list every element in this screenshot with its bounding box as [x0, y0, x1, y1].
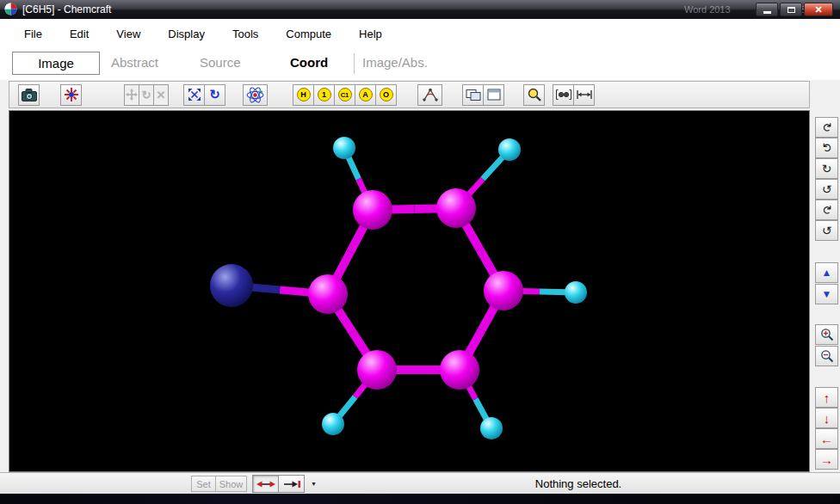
c1-label-icon: C1 [338, 88, 352, 101]
atom-H[interactable] [498, 138, 521, 161]
window-title: [C6H5] - Chemcraft [22, 3, 111, 15]
tab-image[interactable]: Image [12, 52, 100, 75]
fit-to-window-button[interactable] [183, 84, 205, 106]
move-fragment-button[interactable] [124, 84, 139, 106]
camera-icon [22, 89, 37, 101]
tab-bar: Image Abstract Source Coord Image/Abs. [0, 48, 840, 80]
rotate-cw-icon: ↻ [822, 163, 832, 175]
move-fragment-icon [126, 89, 138, 101]
dropdown-arrow-icon[interactable]: ▼ [311, 481, 317, 487]
pan-left-button[interactable]: ← [815, 428, 838, 449]
zoom-mode-button[interactable] [523, 84, 545, 106]
rotate-ccw-icon: ↺ [820, 143, 832, 153]
toggle-numbers-button[interactable]: 1 [313, 84, 335, 106]
atom-H[interactable] [480, 417, 503, 439]
reset-orientation-icon: ↻ [209, 87, 220, 102]
minimize-button[interactable] [756, 3, 778, 16]
measure-distance-icon [576, 89, 593, 101]
a-label-icon: A [359, 88, 373, 101]
menu-display[interactable]: Display [154, 23, 219, 45]
measure-distance-button[interactable] [573, 84, 595, 106]
delete-fragment-button[interactable]: ✕ [153, 84, 169, 106]
zoom-in-button[interactable] [815, 324, 838, 345]
atom-display-button[interactable] [243, 84, 268, 106]
toggle-no-labels-button[interactable]: O [375, 84, 397, 106]
menu-tools[interactable]: Tools [219, 23, 272, 45]
atom-orbit-icon [246, 86, 264, 104]
molecule-svg [9, 111, 809, 471]
tab-coord[interactable]: Coord [290, 55, 328, 70]
maximize-icon [788, 7, 795, 13]
reset-orientation-button[interactable]: ↻ [204, 84, 225, 106]
pan-right-button[interactable]: → [815, 449, 838, 470]
rotate-y-ccw-button[interactable]: ↺ [815, 179, 838, 200]
red-right-arrow-icon: → [820, 453, 833, 466]
menu-compute[interactable]: Compute [272, 23, 345, 45]
menu-edit[interactable]: Edit [56, 23, 102, 45]
app-icon [4, 3, 17, 15]
tab-source[interactable]: Source [200, 55, 241, 70]
tab-image-abs[interactable]: Image/Abs. [362, 55, 428, 70]
rotate-x-cw-button[interactable]: ↻ [815, 117, 838, 138]
atom-C[interactable] [440, 350, 479, 390]
one-way-arrow-button[interactable] [278, 475, 305, 493]
delete-fragment-icon: ✕ [157, 89, 166, 101]
measure-angle-button[interactable] [417, 84, 442, 106]
toggle-all-labels-button[interactable]: A [355, 84, 376, 106]
maximize-button[interactable] [780, 3, 802, 16]
atom-C[interactable] [308, 274, 348, 314]
atom-C[interactable] [484, 271, 523, 310]
pan-down-button[interactable]: ↓ [815, 408, 838, 428]
rotate-ccw-icon: ↺ [822, 224, 832, 237]
rotate-y-cw-button[interactable]: ↻ [815, 158, 838, 179]
main-toolbar: ↻ ✕ ↻ [9, 81, 810, 108]
dual-window-button[interactable] [462, 84, 484, 106]
show-vibrations-button[interactable] [60, 84, 82, 106]
rotate-z-ccw-button[interactable]: ↺ [815, 220, 838, 241]
status-bar: Set Show ▼ Nothing selected. [0, 472, 840, 494]
fit-to-window-icon [188, 88, 201, 101]
measure-angle-icon [423, 88, 438, 101]
blue-up-arrow-icon: ▲ [822, 267, 832, 278]
single-window-button[interactable] [483, 84, 504, 106]
translate-up-button[interactable]: ▲ [815, 262, 838, 283]
two-way-arrow-button[interactable] [252, 475, 279, 493]
menu-help[interactable]: Help [345, 23, 396, 45]
zoom-out-button[interactable] [815, 346, 838, 366]
stereo-view-button[interactable] [553, 84, 574, 106]
minimize-icon [763, 11, 771, 14]
rotate-x-ccw-button[interactable]: ↺ [815, 138, 838, 158]
magnifier-icon [527, 87, 542, 102]
atom-H[interactable] [333, 137, 355, 159]
tab-abstract[interactable]: Abstract [111, 55, 158, 70]
menu-bar: File Edit View Display Tools Compute Hel… [0, 19, 840, 48]
atom-H[interactable] [322, 413, 344, 435]
bottom-edge [0, 494, 840, 504]
atom-C[interactable] [436, 188, 476, 228]
atom-C[interactable] [357, 350, 397, 390]
render-viewport[interactable] [9, 110, 810, 472]
translate-down-button[interactable]: ▼ [815, 284, 838, 304]
toggle-hydrogens-button[interactable]: H [293, 84, 314, 106]
chemcraft-window: [C6H5] - Chemcraft Word 2013 System ✕ Fi… [0, 0, 840, 504]
red-down-arrow-icon: ↓ [824, 412, 831, 425]
red-up-arrow-icon: ↑ [824, 391, 831, 404]
close-button[interactable]: ✕ [804, 3, 833, 16]
menu-file[interactable]: File [10, 23, 56, 45]
save-image-button[interactable] [18, 84, 40, 106]
stereo-view-icon [555, 89, 572, 101]
rotate-z-cw-button[interactable]: ↻ [815, 200, 838, 220]
toggle-symbol-numbers-button[interactable]: C1 [334, 84, 355, 106]
atom-H[interactable] [565, 281, 587, 304]
show-button[interactable]: Show [215, 476, 247, 492]
pan-up-button[interactable]: ↑ [815, 387, 838, 408]
atom-C[interactable] [353, 190, 392, 230]
rotation-toolbar: ↻ ↺ ↻ ↺ ↻ ↺ ▲ ▼ ↑ ↓ ← → [813, 110, 840, 480]
rotate-fragment-button[interactable]: ↻ [139, 84, 154, 106]
menu-view[interactable]: View [102, 23, 154, 45]
set-button[interactable]: Set [191, 476, 216, 492]
arrow-to-bar-icon [282, 480, 301, 489]
red-left-arrow-icon: ← [820, 433, 833, 446]
atom-X[interactable] [210, 264, 253, 307]
h-label-icon: H [297, 88, 311, 101]
